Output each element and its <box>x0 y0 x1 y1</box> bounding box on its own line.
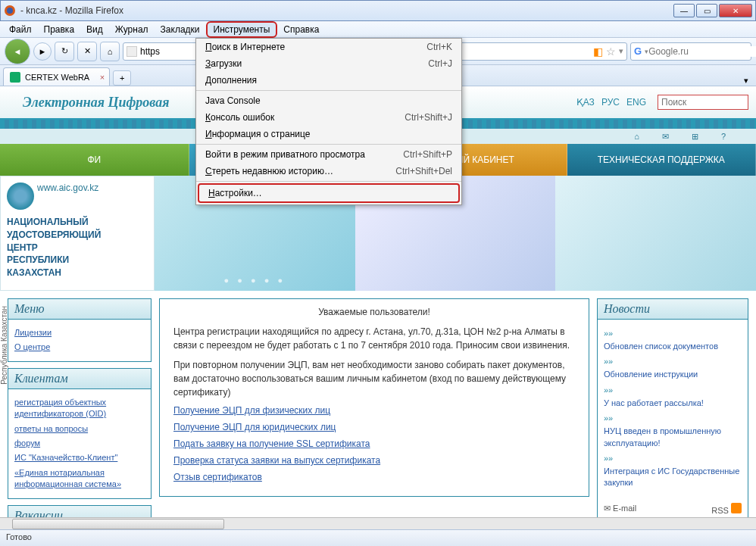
rotated-label: Республика Казахстан <box>0 306 8 385</box>
bookmark-star-icon[interactable]: ☆ <box>606 45 616 58</box>
lang-eng[interactable]: ENG <box>626 97 646 108</box>
url-dropdown-icon[interactable]: ▾ <box>619 46 623 56</box>
menu-link[interactable]: Лицензии <box>14 327 145 339</box>
help-icon[interactable]: ? <box>721 132 726 141</box>
center-name: НАЦИОНАЛЬНЫЙУДОСТОВЕРЯЮЩИЙЦЕНТРРЕСПУБЛИК… <box>7 216 148 279</box>
news-item[interactable]: »»Обновление инструкции <box>604 357 742 380</box>
tools-dropdown: Поиск в ИнтернетеCtrl+KЗагрузкиCtrl+JДоп… <box>195 38 462 205</box>
menu-item[interactable]: Поиск в ИнтернетеCtrl+K <box>196 39 461 55</box>
main-content-panel: Уважаемые пользователи! Центра регистрац… <box>159 298 589 497</box>
site-slogan: Электронная Цифровая <box>23 95 170 111</box>
search-box[interactable]: G ▾ 🔍 <box>630 42 751 61</box>
content-link[interactable]: Подать заявку на получение SSL сертифика… <box>173 438 575 449</box>
maximize-button[interactable]: ▭ <box>696 4 717 17</box>
news-item[interactable]: »»У нас работает рассылка! <box>604 385 742 409</box>
hero-left-panel: www.aic.gov.kz НАЦИОНАЛЬНЫЙУДОСТОВЕРЯЮЩИ… <box>0 176 155 291</box>
email-rss-row: ✉ E-mail RSS <box>598 498 748 519</box>
tab-favicon <box>10 72 20 83</box>
menu-item[interactable]: Настройки… <box>198 183 460 203</box>
client-link[interactable]: ИС "Казначейство-Клиент" <box>14 452 145 463</box>
news-panel: Новости »»Обновлен список документов»»Об… <box>597 298 748 520</box>
email-icon[interactable]: ✉ <box>604 504 611 513</box>
menu-panel: Меню ЛицензииО центре <box>8 298 152 362</box>
rss-icon[interactable]: ◧ <box>593 45 603 58</box>
horizontal-scrollbar[interactable] <box>0 517 756 529</box>
back-button[interactable]: ◄ <box>5 39 30 64</box>
menu-view[interactable]: Вид <box>80 23 109 36</box>
menubar: Файл Правка Вид Журнал Закладки Инструме… <box>0 21 756 38</box>
menu-bookmarks[interactable]: Закладки <box>155 23 206 36</box>
status-bar: Готово <box>0 529 756 546</box>
scrollbar-thumb[interactable] <box>12 519 224 529</box>
mail-icon[interactable]: ✉ <box>662 132 669 142</box>
menu-help[interactable]: Справка <box>277 23 325 36</box>
home-icon[interactable]: ⌂ <box>634 132 639 141</box>
rss-feed-icon[interactable] <box>731 503 742 513</box>
menu-item[interactable]: Информация о странице <box>196 126 461 142</box>
firefox-icon <box>4 5 16 17</box>
status-text: Готово <box>6 532 32 541</box>
client-link[interactable]: форум <box>14 438 145 449</box>
minimize-button[interactable]: — <box>673 4 695 17</box>
menu-item[interactable]: Стереть недавнюю историю…Ctrl+Shift+Del <box>196 163 461 179</box>
content-link[interactable]: Проверка статуса заявки на выпуск сертиф… <box>173 455 575 466</box>
menu-tools[interactable]: Инструменты <box>206 21 278 38</box>
tab-close-icon[interactable]: × <box>100 73 105 82</box>
lang-rus[interactable]: РУС <box>601 97 620 108</box>
google-icon: G <box>634 45 642 57</box>
window-title: - knca.kz - Mozilla Firefox <box>20 5 673 16</box>
menu-history[interactable]: Журнал <box>109 23 155 36</box>
client-link[interactable]: ответы на вопросы <box>14 423 145 435</box>
clients-panel-title: Клиентам <box>8 369 151 389</box>
menu-item[interactable]: Войти в режим приватного просмотраCtrl+S… <box>196 146 461 163</box>
tab-list-button[interactable]: ▾ <box>739 76 753 86</box>
menu-item[interactable]: Java Console <box>196 92 461 109</box>
lang-kaz[interactable]: ҚАЗ <box>576 97 595 108</box>
reload-button[interactable]: ↻ <box>55 42 74 61</box>
notice-p2: При повторном получении ЭЦП, вам нет нео… <box>173 358 575 399</box>
menu-item[interactable]: ЗагрузкиCtrl+J <box>196 55 461 72</box>
news-item[interactable]: »»Обновлен список документов <box>604 329 742 352</box>
client-link[interactable]: «Единая нотариальная информационная сист… <box>14 467 145 491</box>
menu-item[interactable]: Консоль ошибокCtrl+Shift+J <box>196 109 461 126</box>
page-favicon <box>127 46 137 57</box>
sitemap-icon[interactable]: ⊞ <box>692 132 698 142</box>
tab-active[interactable]: CERTEX WebRA × <box>3 67 110 86</box>
site-logo-icon <box>7 183 34 210</box>
content-link[interactable]: Получение ЭЦП для юридических лиц <box>173 422 575 432</box>
menu-edit[interactable]: Правка <box>38 23 81 36</box>
notice-p1: Центра регистрации находящийся по адресу… <box>173 325 575 352</box>
content-link[interactable]: Получение ЭЦП для физических лиц <box>173 405 575 416</box>
window-titlebar: - knca.kz - Mozilla Firefox — ▭ ✕ <box>0 0 756 21</box>
lang-switcher: ҚАЗ РУС ENG <box>574 97 648 108</box>
search-input[interactable] <box>648 46 756 57</box>
menu-item[interactable]: Дополнения <box>196 72 461 89</box>
close-button[interactable]: ✕ <box>719 4 752 17</box>
new-tab-button[interactable]: + <box>113 70 131 86</box>
news-item[interactable]: »»НУЦ введен в промышленную эксплуатацию… <box>604 413 742 449</box>
body-columns: Меню ЛицензииО центре Клиентам регистрац… <box>0 291 756 529</box>
email-label[interactable]: E-mail <box>613 504 636 513</box>
menu-link[interactable]: О центре <box>14 342 145 353</box>
news-panel-title: Новости <box>598 299 748 320</box>
nav-cell-4[interactable]: ТЕХНИЧЕСКАЯ ПОДДЕРЖКА <box>567 144 757 176</box>
news-item[interactable]: »»Интеграция с ИС Государственные закупк… <box>604 454 742 489</box>
nav-cell-1[interactable]: ФИ <box>0 144 189 176</box>
logo-url-text: www.aic.gov.kz <box>37 183 98 193</box>
greeting-text: Уважаемые пользователи! <box>173 307 575 317</box>
tab-title: CERTEX WebRA <box>25 73 89 82</box>
forward-button[interactable]: ► <box>33 42 52 61</box>
menu-file[interactable]: Файл <box>3 23 38 36</box>
clients-panel: Клиентам регистрация объектных идентифик… <box>8 368 152 499</box>
home-button[interactable]: ⌂ <box>100 42 120 61</box>
site-search-input[interactable] <box>658 95 748 110</box>
menu-panel-title: Меню <box>8 299 151 320</box>
stop-button[interactable]: ✕ <box>77 42 97 61</box>
rss-label[interactable]: RSS <box>711 506 729 515</box>
client-link[interactable]: регистрация объектных идентификаторов (O… <box>14 397 145 420</box>
hero-image-3 <box>555 176 756 291</box>
content-link[interactable]: Отзыв сертификатов <box>173 472 575 482</box>
svg-point-1 <box>7 8 13 14</box>
